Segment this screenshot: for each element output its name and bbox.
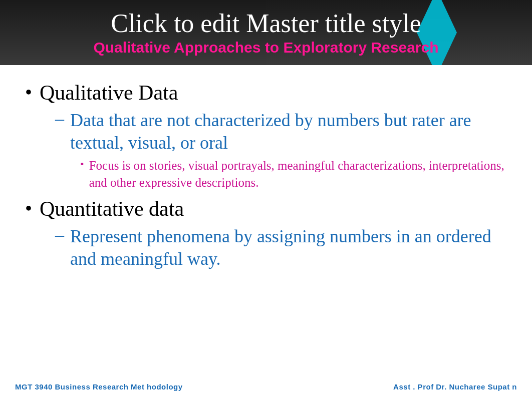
list-item: • Focus is on stories, visual portrayals…: [80, 157, 507, 191]
bullet-dot: •: [25, 83, 32, 103]
dash-icon: –: [55, 225, 64, 245]
item-text: Quantitative data: [40, 196, 184, 221]
item-text: Focus is on stories, visual portrayals, …: [89, 157, 507, 191]
dash-icon: –: [55, 109, 64, 129]
header-subtitle: Qualitative Approaches to Exploratory Re…: [93, 39, 438, 56]
bullet-dot: •: [80, 157, 84, 172]
sub-list: – Represent phenomena by assigning numbe…: [55, 225, 507, 270]
slide-header: Click to edit Master title style Qualita…: [0, 0, 532, 65]
footer-right-text: Asst . Prof Dr. Nucharee Supat n: [393, 382, 517, 391]
sub-sub-list: • Focus is on stories, visual portrayals…: [80, 157, 507, 191]
footer-left-text: MGT 3940 Business Research Met hodology: [15, 382, 183, 391]
list-item: • Qualitative Data: [25, 80, 507, 105]
sub-list: – Data that are not characterized by num…: [55, 109, 507, 191]
list-item: – Represent phenomena by assigning numbe…: [55, 225, 507, 270]
list-item: – Data that are not characterized by num…: [55, 109, 507, 154]
slide-footer: MGT 3940 Business Research Met hodology …: [0, 374, 532, 399]
list-item: • Quantitative data: [25, 196, 507, 221]
header-title: Click to edit Master title style: [111, 9, 421, 38]
item-text: Data that are not characterized by numbe…: [70, 109, 507, 154]
item-text: Represent phenomena by assigning numbers…: [70, 225, 507, 270]
item-text: Qualitative Data: [40, 80, 178, 105]
bullet-dot: •: [25, 199, 32, 219]
slide-content: • Qualitative Data – Data that are not c…: [0, 65, 532, 374]
